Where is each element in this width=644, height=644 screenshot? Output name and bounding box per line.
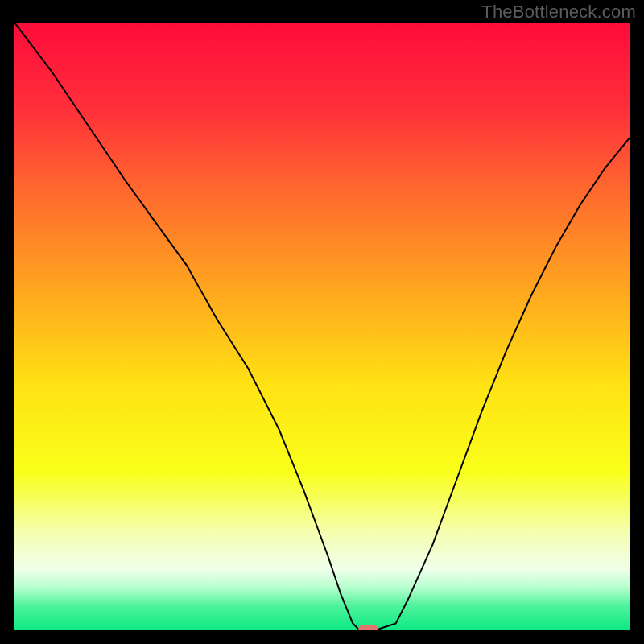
- chart-frame: TheBottleneck.com: [0, 0, 644, 644]
- plot-area: [14, 23, 630, 630]
- optimal-marker: [358, 625, 378, 630]
- watermark-text: TheBottleneck.com: [481, 2, 636, 23]
- plot-svg: [14, 23, 630, 630]
